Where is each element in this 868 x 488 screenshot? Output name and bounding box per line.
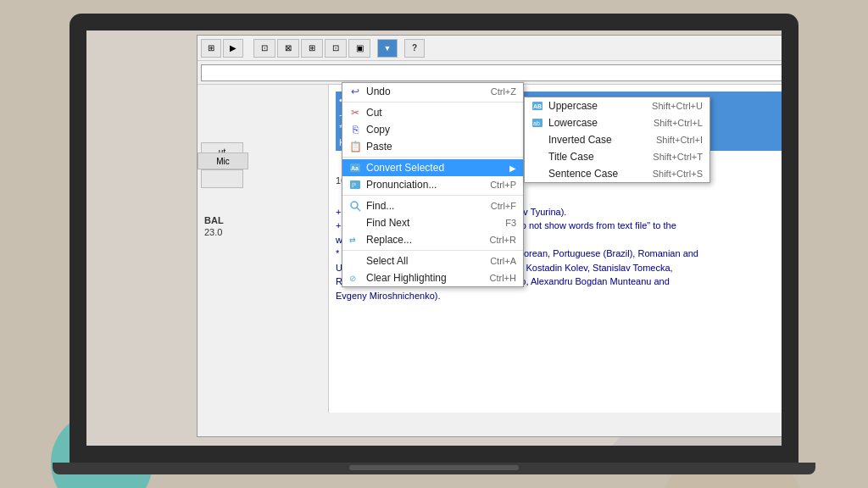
menu-shortcut-pronunciation: Ctrl+P [490, 180, 516, 190]
submenu-item-invertedcase[interactable]: Inverted Case Shift+Ctrl+I [525, 131, 709, 148]
submenu-label-invertedcase: Inverted Case [548, 134, 612, 146]
submenu-shortcut-lowercase: Shift+Ctrl+L [654, 118, 703, 128]
menu-label-pronunciation: Pronunciation... [366, 179, 437, 191]
convert-submenu: AB Uppercase Shift+Ctrl+U ab Lowercase S… [524, 97, 710, 183]
svg-text:Aa: Aa [351, 165, 359, 171]
menu-label-copy: Copy [366, 124, 390, 136]
findnext-icon [348, 216, 363, 230]
laptop-screen: ⊞ ▶ ⊡ ⊠ ⊞ ⊡ ▣ ▼ ? SAPI [86, 30, 782, 446]
submenu-label-lowercase: Lowercase [548, 117, 598, 129]
left-panel: Mic ut BAL 23.0 [198, 85, 329, 413]
mic-label: Mic [198, 152, 248, 169]
submenu-shortcut-uppercase: Shift+Ctrl+U [652, 101, 703, 111]
copy-icon: ⎘ [348, 123, 363, 136]
menu-label-find: Find... [366, 200, 394, 212]
cut-icon: ✂ [348, 106, 363, 119]
clearhighlight-icon: ⊘ [348, 271, 363, 285]
menu-item-pronunciation[interactable]: ℙ Pronunciation... Ctrl+P [342, 176, 523, 193]
invertedcase-icon [530, 133, 545, 147]
menu-label-undo: Undo [366, 86, 391, 97]
laptop-screen-frame: ⊞ ▶ ⊡ ⊠ ⊞ ⊡ ▣ ▼ ? SAPI [70, 14, 798, 463]
bal-label: BAL [201, 214, 325, 227]
toolbar-btn-6[interactable]: ⊡ [325, 39, 347, 58]
menu-shortcut-find: Ctrl+F [491, 201, 516, 211]
submenu-shortcut-sentencecase: Shift+Ctrl+S [653, 169, 703, 179]
laptop-base [53, 463, 815, 474]
menu-label-replace: Replace... [366, 234, 412, 246]
context-menu: ↩ Undo Ctrl+Z ✂ Cut ⎘ Copy [342, 82, 524, 287]
svg-text:ab: ab [533, 120, 540, 126]
titlecase-icon [530, 150, 545, 164]
paste-icon: 📋 [348, 140, 363, 153]
toolbar-btn-4[interactable]: ⊠ [277, 39, 299, 58]
svg-point-5 [351, 202, 358, 208]
submenu-item-lowercase[interactable]: ab Lowercase Shift+Ctrl+L [525, 114, 709, 131]
menu-item-replace[interactable]: ⇄ Replace... Ctrl+R [342, 231, 523, 248]
menu-item-selectall[interactable]: Select All Ctrl+A [342, 252, 523, 269]
submenu-item-uppercase[interactable]: AB Uppercase Shift+Ctrl+U [525, 97, 709, 114]
left-btn-2[interactable] [201, 169, 243, 188]
toolbar-btn-3[interactable]: ⊡ [253, 39, 275, 58]
menu-shortcut-selectall: Ctrl+A [490, 256, 516, 266]
submenu-label-sentencecase: Sentence Case [548, 168, 618, 180]
pronunciation-icon: ℙ [348, 178, 363, 191]
menu-item-find[interactable]: Find... Ctrl+F [342, 197, 523, 214]
submenu-item-sentencecase[interactable]: Sentence Case Shift+Ctrl+S [525, 165, 709, 182]
menu-item-cut[interactable]: ✂ Cut [342, 104, 523, 121]
menu-sep-4 [342, 250, 523, 251]
toolbar-btn-5[interactable]: ⊞ [301, 39, 323, 58]
uppercase-icon: AB [530, 99, 545, 113]
menu-item-paste[interactable]: 📋 Paste [342, 138, 523, 155]
convert-submenu-arrow: ▶ [509, 164, 516, 173]
menu-label-cut: Cut [366, 107, 382, 119]
lowercase-icon: ab [530, 116, 545, 130]
laptop-trackpad [349, 465, 519, 470]
submenu-item-titlecase[interactable]: Title Case Shift+Ctrl+T [525, 148, 709, 165]
normal-line-6: Evgeny Miroshnichenko). [336, 289, 782, 303]
menu-shortcut-clearhighlight: Ctrl+H [490, 273, 516, 283]
toolbar-btn-8[interactable]: ▼ [377, 39, 398, 58]
selectall-icon [348, 254, 363, 268]
toolbar-btn-7[interactable]: ▣ [348, 39, 370, 58]
replace-icon: ⇄ [348, 233, 363, 247]
menu-sep-2 [342, 157, 523, 158]
sentencecase-icon [530, 167, 545, 180]
svg-text:⊘: ⊘ [349, 274, 356, 283]
menu-shortcut-findnext: F3 [505, 218, 516, 228]
svg-text:⇄: ⇄ [349, 236, 356, 244]
menu-item-findnext[interactable]: Find Next F3 [342, 214, 523, 231]
menu-label-clearhighlight: Clear Highlighting [366, 272, 447, 284]
help-button[interactable]: ? [404, 39, 425, 58]
menu-item-convert[interactable]: Aa Convert Selected ▶ [342, 159, 523, 176]
find-icon [348, 199, 363, 213]
menu-item-clearhighlight[interactable]: ⊘ Clear Highlighting Ctrl+H [342, 269, 523, 286]
submenu-label-titlecase: Title Case [548, 151, 594, 163]
toolbar-btn-1[interactable]: ⊞ [201, 39, 221, 58]
svg-line-6 [357, 208, 360, 211]
menu-item-undo[interactable]: ↩ Undo Ctrl+Z [342, 83, 523, 100]
undo-icon: ↩ [348, 85, 363, 98]
toolbar-secondary: SAPI ▼ ↺ [198, 61, 782, 85]
submenu-shortcut-invertedcase: Shift+Ctrl+I [656, 135, 703, 145]
menu-label-findnext: Find Next [366, 217, 409, 229]
menu-sep-3 [342, 195, 523, 196]
toolbar-main: ⊞ ▶ ⊡ ⊠ ⊞ ⊡ ▣ ▼ ? [198, 36, 782, 61]
menu-sep-1 [342, 102, 523, 103]
menu-label-paste: Paste [366, 141, 392, 152]
submenu-label-uppercase: Uppercase [548, 100, 598, 112]
convert-icon: Aa [348, 161, 363, 175]
menu-label-selectall: Select All [366, 255, 408, 267]
menu-label-convert: Convert Selected [366, 162, 444, 174]
svg-text:ℙ: ℙ [352, 182, 356, 188]
svg-text:AB: AB [533, 103, 542, 109]
submenu-shortcut-titlecase: Shift+Ctrl+T [653, 152, 703, 162]
app-window: ⊞ ▶ ⊡ ⊠ ⊞ ⊡ ▣ ▼ ? SAPI [197, 35, 782, 437]
menu-shortcut-undo: Ctrl+Z [491, 86, 516, 97]
menu-shortcut-replace: Ctrl+R [490, 235, 516, 245]
num-label: 23.0 [201, 227, 325, 237]
menu-item-copy[interactable]: ⎘ Copy [342, 121, 523, 138]
toolbar-btn-2[interactable]: ▶ [223, 39, 243, 58]
voice-dropdown[interactable]: ▼ [201, 64, 782, 81]
